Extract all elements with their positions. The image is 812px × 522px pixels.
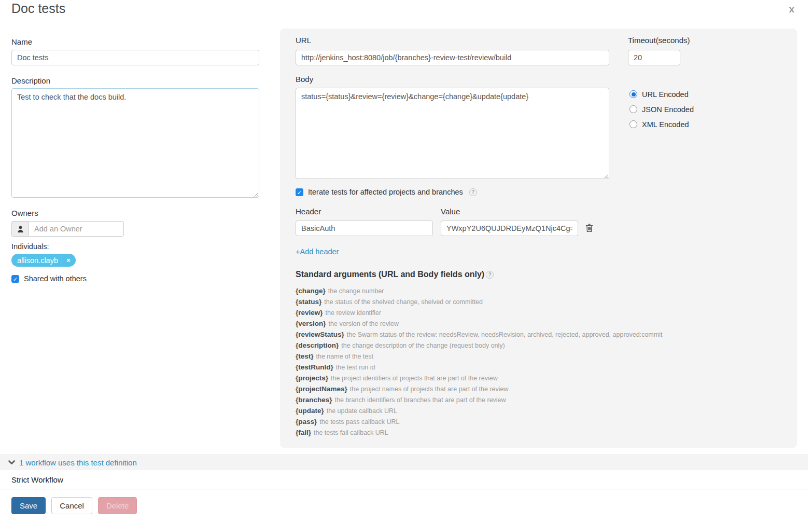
xml-encoded-radio[interactable]	[629, 120, 637, 128]
timeout-label: Timeout(seconds)	[628, 36, 690, 45]
shared-with-others-row: Shared with others	[11, 274, 87, 283]
radio-row-url-encoded: URL Encoded	[629, 87, 694, 102]
url-label: URL	[296, 36, 311, 45]
argument-desc: the status of the shelved change, shelve…	[324, 298, 483, 306]
person-icon	[11, 221, 29, 237]
close-icon[interactable]: x	[789, 3, 794, 17]
argument-name: {update}	[296, 407, 324, 415]
json-encoded-label: JSON Encoded	[642, 105, 694, 114]
radio-row-xml-encoded: XML Encoded	[629, 117, 694, 132]
workflows-toggle-link[interactable]: 1 workflow uses this test definition	[8, 458, 137, 467]
argument-name: {review}	[296, 309, 323, 317]
argument-name: {projects}	[296, 374, 328, 382]
argument-name: {change}	[296, 287, 326, 295]
argument-row: {reviewStatus}the Swarm status of the re…	[296, 328, 662, 339]
argument-desc: the project identifiers of projects that…	[331, 375, 498, 382]
argument-desc: the test run id	[336, 364, 375, 371]
argument-name: {branches}	[296, 396, 332, 404]
dialog-header: Doc tests x	[0, 0, 808, 21]
chevron-down-icon	[8, 460, 15, 465]
argument-row: {branches}the branch identifiers of bran…	[296, 394, 662, 405]
argument-name: {projectNames}	[296, 385, 347, 393]
save-button[interactable]: Save	[11, 497, 46, 514]
argument-row: {version}the version of the review	[296, 318, 662, 328]
workflow-list-item: Strict Workflow	[0, 470, 808, 489]
argument-desc: the Swarm status of the review: needsRev…	[347, 331, 663, 338]
radio-row-json-encoded: JSON Encoded	[629, 102, 694, 117]
remove-owner-icon[interactable]: ×	[62, 254, 76, 267]
shared-label: Shared with others	[24, 274, 87, 283]
header-name-input[interactable]	[296, 221, 433, 236]
standard-arguments-title-text: Standard arguments (URL and Body fields …	[296, 270, 484, 279]
argument-name: {pass}	[296, 418, 317, 425]
owner-tag: allison.clayb ×	[11, 254, 76, 267]
argument-row: {testRunId}the test run id	[296, 361, 662, 372]
argument-row: {test}the name of the test	[296, 350, 662, 361]
workflow-name: Strict Workflow	[11, 475, 63, 484]
encoding-radio-group: URL Encoded JSON Encoded XML Encoded	[629, 87, 694, 132]
url-encoded-label: URL Encoded	[642, 90, 689, 99]
argument-desc: the project names of projects that are p…	[350, 386, 509, 393]
iterate-tests-checkbox[interactable]	[296, 188, 303, 196]
argument-row: {projects}the project identifiers of pro…	[296, 372, 662, 383]
action-buttons: Save Cancel Delete	[11, 497, 137, 514]
trash-icon[interactable]	[585, 224, 593, 235]
header-value-input[interactable]	[441, 221, 578, 236]
owner-tag-label: allison.clayb	[17, 256, 58, 265]
url-input[interactable]	[296, 50, 609, 65]
argument-desc: the name of the test	[316, 353, 374, 360]
workflows-toggle-bar: 1 workflow uses this test definition	[0, 455, 808, 470]
argument-desc: the tests pass callback URL	[319, 418, 399, 425]
argument-name: {description}	[296, 341, 339, 349]
value-column-label: Value	[441, 207, 460, 216]
description-label: Description	[11, 76, 50, 85]
argument-name: {status}	[296, 298, 321, 306]
add-header-link[interactable]: +Add header	[296, 248, 339, 256]
argument-name: {reviewStatus}	[296, 331, 344, 338]
body-textarea[interactable]: status={status}&review={review}&change={…	[296, 88, 609, 179]
json-encoded-radio[interactable]	[629, 105, 637, 113]
cancel-button[interactable]: Cancel	[51, 497, 92, 514]
argument-name: {fail}	[296, 429, 311, 436]
xml-encoded-label: XML Encoded	[642, 120, 689, 129]
timeout-input[interactable]	[628, 50, 680, 65]
argument-desc: the tests fail callback URL	[314, 429, 388, 436]
argument-row: {status}the status of the shelved change…	[296, 296, 662, 307]
iterate-tests-row: Iterate tests for affected projects and …	[296, 188, 477, 196]
body-label: Body	[296, 75, 313, 84]
argument-row: {projectNames}the project names of proje…	[296, 383, 662, 394]
add-owner-input[interactable]	[29, 221, 124, 237]
delete-button[interactable]: Delete	[98, 497, 137, 514]
argument-name: {testRunId}	[296, 363, 333, 371]
standard-arguments-list: {change}the change number {status}the st…	[296, 285, 662, 437]
argument-row: {description}the change description of t…	[296, 339, 662, 350]
owners-label: Owners	[11, 209, 38, 217]
argument-desc: the review identifier	[326, 309, 382, 317]
name-input[interactable]	[11, 50, 259, 65]
argument-desc: the change number	[328, 287, 384, 295]
argument-row: {review}the review identifier	[296, 307, 662, 318]
header-column-label: Header	[296, 207, 321, 216]
url-encoded-radio[interactable]	[629, 90, 637, 98]
argument-row: {pass}the tests pass callback URL	[296, 416, 662, 427]
argument-desc: the branch identifiers of branches that …	[335, 396, 506, 404]
individuals-label: Individuals:	[11, 242, 49, 251]
description-textarea[interactable]: Test to check that the docs build.	[11, 88, 259, 198]
name-label: Name	[11, 37, 32, 46]
standard-arguments-help-icon[interactable]: ?	[486, 271, 494, 279]
argument-desc: the change description of the change (re…	[341, 342, 505, 349]
workflows-toggle-label: 1 workflow uses this test definition	[19, 458, 137, 467]
owner-input-group	[11, 221, 124, 237]
test-definition-dialog: Doc tests x Name Description Test to che…	[0, 0, 812, 522]
standard-arguments-title: Standard arguments (URL and Body fields …	[296, 270, 494, 279]
iterate-tests-label: Iterate tests for affected projects and …	[308, 188, 463, 196]
shared-checkbox[interactable]	[11, 275, 19, 283]
argument-name: {test}	[296, 352, 314, 360]
argument-desc: the version of the review	[329, 320, 399, 327]
argument-desc: the update callback URL	[327, 407, 397, 415]
argument-row: {update}the update callback URL	[296, 405, 662, 416]
argument-row: {fail}the tests fail callback URL	[296, 427, 662, 437]
argument-name: {version}	[296, 320, 326, 327]
test-settings-panel: URL Timeout(seconds) Body status={status…	[280, 29, 797, 448]
iterate-help-icon[interactable]: ?	[469, 188, 477, 196]
